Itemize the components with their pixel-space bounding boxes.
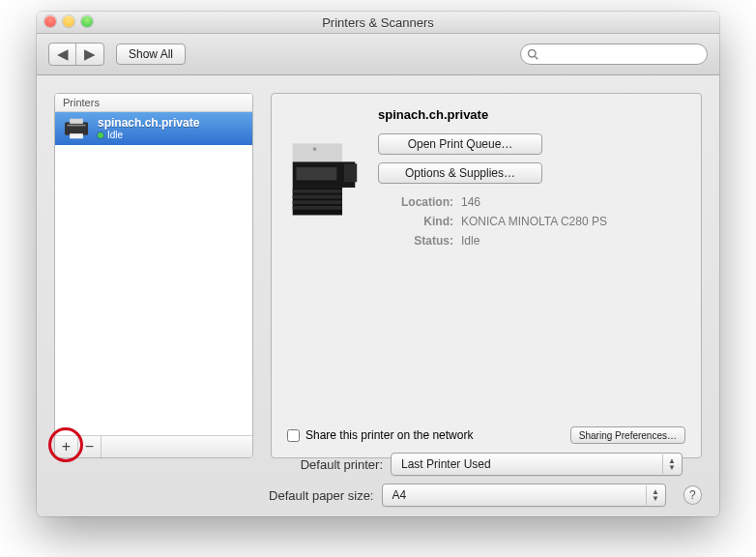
zoom-icon[interactable]	[81, 15, 93, 27]
svg-rect-8	[344, 163, 357, 182]
default-printer-value: Last Printer Used	[401, 457, 491, 471]
window-title: Printers & Scanners	[37, 15, 719, 30]
printer-details: spinach.ch.private Open Print Queue… Opt…	[271, 93, 702, 458]
window: Printers & Scanners ◀ ▶ Show All Printer…	[37, 12, 719, 516]
list-item-name: spinach.ch.private	[98, 116, 199, 130]
search-icon	[527, 48, 538, 60]
open-print-queue-button[interactable]: Open Print Queue…	[378, 133, 542, 155]
close-icon[interactable]	[44, 15, 56, 27]
minimize-icon[interactable]	[63, 15, 74, 27]
kind-label: Kind:	[378, 215, 453, 228]
chevron-updown-icon: ▲▼	[662, 454, 681, 474]
default-printer-label: Default printer:	[54, 457, 391, 472]
default-paper-label: Default paper size:	[54, 488, 382, 503]
svg-line-1	[535, 56, 538, 59]
svg-rect-12	[293, 200, 342, 204]
svg-rect-5	[68, 125, 86, 127]
show-all-button[interactable]: Show All	[116, 44, 186, 65]
svg-rect-10	[293, 190, 342, 193]
chevron-updown-icon: ▲▼	[646, 485, 664, 505]
nav-segment: ◀ ▶	[48, 43, 104, 66]
svg-rect-14	[297, 167, 337, 180]
help-button[interactable]: ?	[683, 485, 703, 505]
search-input[interactable]	[542, 46, 701, 62]
sharing-preferences-button[interactable]: Sharing Preferences…	[570, 426, 685, 444]
toolbar: ◀ ▶ Show All	[37, 34, 719, 75]
list-item-status: Idle	[107, 130, 123, 141]
svg-rect-3	[70, 119, 83, 124]
svg-rect-6	[293, 143, 342, 161]
status-label: Status:	[378, 234, 453, 248]
svg-rect-2	[65, 122, 88, 135]
list-header: Printers	[55, 94, 252, 112]
default-printer-select[interactable]: Last Printer Used ▲▼	[391, 453, 683, 476]
options-supplies-button[interactable]: Options & Supplies…	[378, 162, 542, 184]
location-value: 146	[461, 195, 685, 209]
svg-point-0	[529, 50, 537, 58]
svg-rect-11	[293, 195, 342, 199]
default-paper-select[interactable]: A4 ▲▼	[382, 484, 667, 507]
forward-button[interactable]: ▶	[76, 44, 103, 65]
kind-value: KONICA MINOLTA C280 PS	[461, 215, 685, 228]
svg-rect-13	[293, 206, 342, 210]
printer-name: spinach.ch.private	[378, 107, 685, 122]
printer-icon	[63, 117, 90, 140]
svg-point-15	[313, 147, 317, 151]
search-field[interactable]	[520, 44, 708, 65]
default-paper-value: A4	[393, 488, 407, 502]
status-value: Idle	[461, 234, 685, 248]
titlebar: Printers & Scanners	[37, 12, 719, 34]
list-item[interactable]: spinach.ch.private Idle	[55, 112, 252, 145]
printer-large-icon	[287, 107, 361, 248]
location-label: Location:	[378, 195, 453, 209]
back-button[interactable]: ◀	[49, 44, 76, 65]
share-checkbox[interactable]	[287, 429, 300, 442]
svg-rect-4	[70, 133, 83, 138]
status-dot-icon	[98, 132, 103, 138]
share-label: Share this printer on the network	[305, 428, 473, 442]
printer-list: Printers spinach.ch.private	[54, 93, 253, 458]
